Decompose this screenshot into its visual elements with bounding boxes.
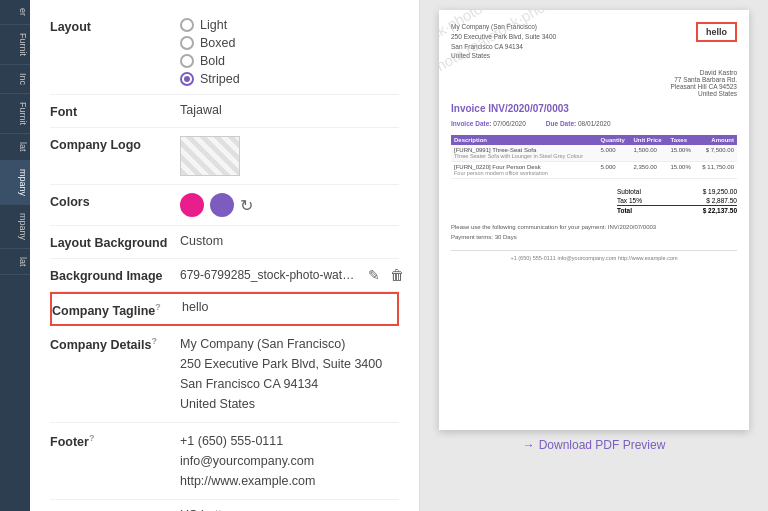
- inv-billing-addr3: United States: [451, 90, 737, 97]
- row2-amount: $ 11,750.00: [696, 162, 737, 179]
- due-date: Due Date: 08/01/2020: [546, 120, 611, 127]
- sidebar-item-6[interactable]: mpany: [0, 161, 30, 205]
- row1-taxes: 15.00%: [667, 145, 696, 162]
- company-details-line1: My Company (San Francisco): [180, 334, 399, 354]
- tagline-help-icon: ?: [155, 302, 161, 312]
- company-tagline-label: Company Tagline?: [52, 300, 182, 318]
- layout-light[interactable]: Light: [180, 18, 399, 32]
- download-pdf-label: Download PDF Preview: [539, 438, 666, 452]
- col-description: Description: [451, 135, 598, 145]
- payment-comm: Please use the following communication f…: [451, 223, 737, 233]
- layout-bold-label: Bold: [200, 54, 225, 68]
- footer-line2: http://www.example.com: [180, 471, 399, 491]
- subtotal-value: $ 19,250.00: [703, 188, 737, 195]
- paper-format-row: Paper format US Letter: [50, 500, 399, 511]
- total-row: Total $ 22,137.50: [617, 205, 737, 215]
- inv-billing-name: David Kastro: [451, 69, 737, 76]
- sidebar-item-4[interactable]: Furnit: [0, 94, 30, 134]
- invoice-table-body: [FURN_0991] Three-Seat Sofa Three Seater…: [451, 145, 737, 179]
- payment-terms: Payment terms: 30 Days: [451, 233, 737, 243]
- invoice-table-head: Description Quantity Unit Price Taxes Am…: [451, 135, 737, 145]
- total-label: Total: [617, 207, 632, 214]
- sidebar-item-2[interactable]: Furnit: [0, 25, 30, 65]
- bg-image-filename: 679-6799285_stock-photo-watermark-png-ha: [180, 268, 360, 282]
- color-swatch-2[interactable]: [210, 193, 234, 217]
- layout-bold[interactable]: Bold: [180, 54, 399, 68]
- download-pdf-button[interactable]: Download PDF Preview: [523, 438, 666, 452]
- subtotal-row: Subtotal $ 19,250.00: [617, 187, 737, 196]
- layout-boxed-label: Boxed: [200, 36, 235, 50]
- color-swatch-1[interactable]: [180, 193, 204, 217]
- invoice-date-value: 07/06/2020: [493, 120, 526, 127]
- radio-light-circle: [180, 18, 194, 32]
- inv-company-addr2: San Francisco CA 94134: [451, 42, 556, 52]
- sidebar-item-1[interactable]: er: [0, 0, 30, 25]
- invoice-totals: Subtotal $ 19,250.00 Tax 15% $ 2,887.50 …: [617, 187, 737, 215]
- row1-qty: 5.000: [598, 145, 631, 162]
- layout-options: Light Boxed Bold Striped: [180, 18, 399, 86]
- settings-panel: Layout Light Boxed Bold: [30, 0, 420, 511]
- subtotal-label: Subtotal: [617, 188, 641, 195]
- row2-taxes: 15.00%: [667, 162, 696, 179]
- radio-boxed-circle: [180, 36, 194, 50]
- layout-radio-group: Light Boxed Bold Striped: [180, 18, 399, 86]
- details-help-icon: ?: [151, 336, 157, 346]
- font-value: Tajawal: [180, 103, 399, 117]
- bg-image-value: 679-6799285_stock-photo-watermark-png-ha…: [180, 267, 406, 283]
- layout-boxed[interactable]: Boxed: [180, 36, 399, 50]
- company-details-label: Company Details?: [50, 334, 180, 352]
- layout-striped[interactable]: Striped: [180, 72, 399, 86]
- colors-row: Colors ↻: [50, 185, 399, 226]
- colors-label: Colors: [50, 193, 180, 209]
- delete-bg-image-button[interactable]: 🗑: [388, 267, 406, 283]
- col-quantity: Quantity: [598, 135, 631, 145]
- main-content: Layout Light Boxed Bold: [30, 0, 768, 511]
- company-tagline-input[interactable]: [182, 300, 397, 314]
- refresh-colors-icon[interactable]: ↻: [240, 196, 253, 215]
- row2-desc: [FURN_0220] Four Person Desk Four person…: [451, 162, 598, 179]
- company-logo-row: Company Logo: [50, 128, 399, 185]
- due-date-label: Due Date:: [546, 120, 576, 127]
- sidebar-item-5[interactable]: lat: [0, 134, 30, 161]
- row2-price: 2,350.00: [631, 162, 668, 179]
- col-unit-price: Unit Price: [631, 135, 668, 145]
- row2-qty: 5.000: [598, 162, 631, 179]
- company-logo-value: [180, 136, 399, 176]
- layout-bg-label: Layout Background: [50, 234, 180, 250]
- edit-bg-image-button[interactable]: ✎: [366, 267, 382, 283]
- invoice-billing-info: David Kastro 77 Santa Barbara Rd. Pleasa…: [451, 69, 737, 97]
- layout-striped-label: Striped: [200, 72, 240, 86]
- footer-row: Footer? +1 (650) 555-0111 info@yourcompa…: [50, 423, 399, 500]
- colors-value: ↻: [180, 193, 399, 217]
- font-row: Font Tajawal: [50, 95, 399, 128]
- invoice-table-header-row: Description Quantity Unit Price Taxes Am…: [451, 135, 737, 145]
- company-logo-label: Company Logo: [50, 136, 180, 152]
- layout-label: Layout: [50, 18, 180, 34]
- row1-desc: [FURN_0991] Three-Seat Sofa Three Seater…: [451, 145, 598, 162]
- radio-striped-circle: [180, 72, 194, 86]
- invoice-footer-bar: +1 (650) 555-0111 info@yourcompany.com h…: [451, 250, 737, 261]
- invoice-tagline-box: hello: [696, 22, 737, 42]
- radio-bold-circle: [180, 54, 194, 68]
- company-details-line3: San Francisco CA 94134: [180, 374, 399, 394]
- inv-billing-addr2: Pleasant Hill CA 94523: [451, 83, 737, 90]
- company-details-value: My Company (San Francisco) 250 Executive…: [180, 334, 399, 414]
- invoice-footer: Please use the following communication f…: [451, 223, 737, 242]
- footer-label: Footer?: [50, 431, 180, 449]
- tax-value: $ 2,887.50: [706, 197, 737, 204]
- layout-row: Layout Light Boxed Bold: [50, 10, 399, 95]
- footer-help-icon: ?: [89, 433, 95, 443]
- sidebar-item-7[interactable]: mpany: [0, 205, 30, 249]
- sidebar-item-8[interactable]: lat: [0, 249, 30, 276]
- invoice-preview: My Company (San Francisco) 250 Executive…: [439, 10, 749, 430]
- sidebar: er Furnit Inc Furnit lat mpany mpany lat: [0, 0, 30, 511]
- company-details-line4: United States: [180, 394, 399, 414]
- bg-image-controls: 679-6799285_stock-photo-watermark-png-ha…: [180, 267, 406, 283]
- tax-label: Tax 15%: [617, 197, 642, 204]
- logo-placeholder[interactable]: [180, 136, 240, 176]
- sidebar-item-3[interactable]: Inc: [0, 65, 30, 94]
- footer-value: +1 (650) 555-0111 info@yourcompany.com h…: [180, 431, 399, 491]
- invoice-title: Invoice INV/2020/07/0003: [451, 103, 737, 114]
- invoice-dates: Invoice Date: 07/06/2020 Due Date: 08/01…: [451, 120, 737, 127]
- company-tagline-value: [182, 300, 397, 314]
